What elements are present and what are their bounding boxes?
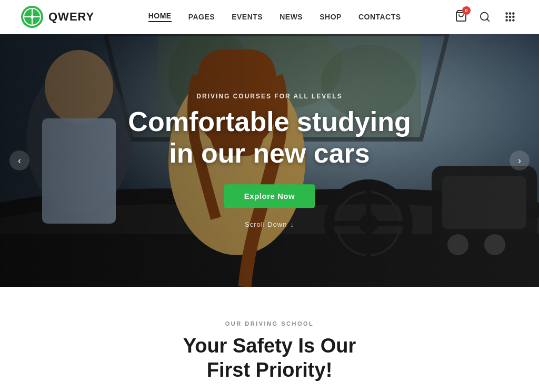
svg-point-13 bbox=[506, 16, 507, 18]
nav-events[interactable]: EVENTS bbox=[232, 13, 263, 21]
scroll-down[interactable]: Scroll Down ↓ bbox=[91, 220, 448, 228]
section-label: OUR DRIVING SCHOOL bbox=[21, 320, 518, 327]
section-title: Your Safety Is OurFirst Priority! bbox=[21, 334, 518, 382]
svg-point-16 bbox=[506, 19, 507, 21]
svg-point-14 bbox=[510, 16, 511, 18]
site-header: QWERY HOME PAGES EVENTS NEWS SHOP CONTAC… bbox=[0, 0, 539, 34]
svg-point-12 bbox=[513, 13, 514, 14]
cart-button[interactable]: 0 bbox=[455, 9, 467, 24]
svg-point-10 bbox=[506, 13, 507, 14]
arrow-down-icon: ↓ bbox=[290, 220, 294, 228]
nav-news[interactable]: NEWS bbox=[280, 13, 303, 21]
nav-shop[interactable]: SHOP bbox=[320, 13, 342, 21]
hero-title: Comfortable studyingin our new cars bbox=[91, 106, 448, 169]
svg-point-15 bbox=[513, 16, 514, 18]
nav-pages[interactable]: PAGES bbox=[188, 13, 215, 21]
svg-point-18 bbox=[513, 19, 514, 21]
search-icon bbox=[479, 11, 491, 23]
grid-menu-button[interactable] bbox=[502, 9, 518, 25]
svg-point-11 bbox=[510, 13, 511, 14]
hero-prev-button[interactable]: ‹ bbox=[9, 150, 29, 170]
nav-home[interactable]: HOME bbox=[148, 12, 172, 22]
main-nav: HOME PAGES EVENTS NEWS SHOP CONTACTS bbox=[148, 12, 401, 22]
svg-point-2 bbox=[31, 15, 34, 18]
section-intro: OUR DRIVING SCHOOL Your Safety Is OurFir… bbox=[0, 287, 539, 392]
explore-now-button[interactable]: Explore Now bbox=[224, 184, 315, 208]
header-actions: 0 bbox=[455, 9, 518, 25]
search-button[interactable] bbox=[477, 9, 493, 25]
cart-badge: 0 bbox=[462, 6, 471, 15]
grid-icon bbox=[504, 11, 516, 23]
logo[interactable]: QWERY bbox=[21, 6, 94, 28]
logo-text: QWERY bbox=[48, 10, 94, 24]
hero-subtitle: DRIVING COURSES FOR ALL LEVELS bbox=[91, 93, 448, 100]
hero-next-button[interactable]: › bbox=[510, 150, 530, 170]
hero-section: DRIVING COURSES FOR ALL LEVELS Comfortab… bbox=[0, 34, 539, 287]
nav-contacts[interactable]: CONTACTS bbox=[358, 13, 401, 21]
logo-icon bbox=[21, 6, 43, 28]
hero-content: DRIVING COURSES FOR ALL LEVELS Comfortab… bbox=[91, 93, 448, 228]
svg-point-17 bbox=[510, 19, 511, 21]
svg-line-9 bbox=[487, 19, 489, 21]
